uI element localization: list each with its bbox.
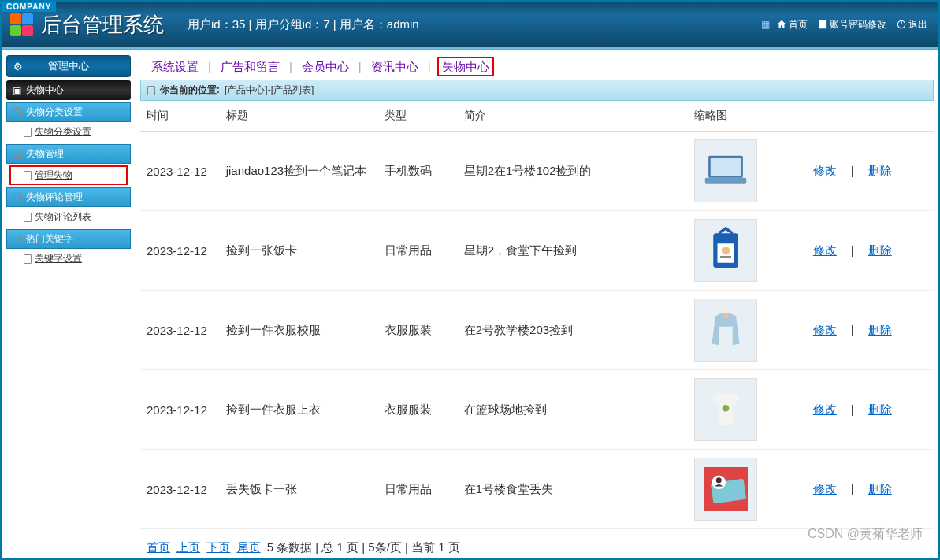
doc-icon [13,193,21,202]
cell-title: 丢失饭卡一张 [220,450,378,529]
delete-link[interactable]: 删除 [868,323,892,336]
cell-thumb [688,291,807,370]
data-table: 时间 标题 类型 简介 缩略图 2023-12-12jiandao123捡到一个… [140,101,934,529]
thumbnail-image [694,219,757,282]
col-type: 类型 [378,101,458,132]
sidebar-group-title[interactable]: 失物管理 [6,144,131,164]
header-bar: 后台管理系统 用户id：35 | 用户分组id：7 | 用户名：admin ▦ … [2,2,938,49]
svg-rect-10 [723,313,728,318]
grid-icon[interactable]: ▦ [761,19,770,30]
cell-type: 手机数码 [378,132,458,211]
col-thumb: 缩略图 [688,101,807,132]
doc-icon [24,213,32,222]
table-row: 2023-12-12jiandao123捡到一个笔记本手机数码星期2在1号楼10… [140,132,934,211]
delete-link[interactable]: 删除 [868,482,892,495]
delete-link[interactable]: 删除 [868,402,892,416]
account-link[interactable]: 账号密码修改 [814,17,890,33]
svg-rect-9 [720,256,731,258]
svg-point-15 [716,477,722,483]
cell-type: 衣服服装 [378,291,458,370]
edit-link[interactable]: 修改 [813,402,837,416]
logout-link[interactable]: 退出 [893,17,931,33]
table-row: 2023-12-12捡到一件衣服校服衣服服装在2号教学楼203捡到修改|删除 [140,291,934,370]
home-icon [776,19,787,30]
page-last[interactable]: 尾页 [237,540,261,554]
cell-time: 2023-12-12 [140,370,220,450]
home-link[interactable]: 首页 [773,17,811,33]
sidebar-item[interactable]: 失物分类设置 [6,122,131,142]
cell-actions: 修改|删除 [807,132,934,211]
pagination: 首页 上页 下页 尾页 5 条数据 | 总 1 页 | 5条/页 | 当前 1 … [140,529,934,558]
svg-point-8 [722,247,730,255]
table-row: 2023-12-12捡到一件衣服上衣衣服服装在篮球场地捡到修改|删除 [140,370,934,450]
sidebar-item[interactable]: 管理失物 [9,165,128,185]
cell-actions: 修改|删除 [807,211,934,291]
doc-icon [24,128,32,137]
cell-thumb [688,370,807,450]
page-info: 5 条数据 | 总 1 页 | 5条/页 | 当前 1 页 [267,540,460,554]
logo-icon [9,13,33,36]
cell-time: 2023-12-12 [140,211,220,291]
edit-link[interactable]: 修改 [813,164,837,177]
cell-title: 捡到一张饭卡 [220,211,378,291]
breadcrumb: 你当前的位置: [产品中心]-[产品列表] [140,80,934,101]
edit-link[interactable]: 修改 [813,482,837,495]
cell-actions: 修改|删除 [807,450,934,529]
cell-summary: 星期2，食堂下午捡到 [458,211,688,291]
system-title: 后台管理系统 [41,11,164,39]
edit-link[interactable]: 修改 [813,323,837,336]
sidebar-sub[interactable]: ▣ 失物中心 [6,80,131,100]
user-info: 用户id：35 | 用户分组id：7 | 用户名：admin [188,17,761,32]
topnav-item[interactable]: 系统设置 [148,60,202,73]
table-row: 2023-12-12捡到一张饭卡日常用品星期2，食堂下午捡到修改|删除 [140,211,934,291]
topnav-item[interactable]: 广告和留言 [217,60,283,73]
doc-icon [24,171,32,180]
doc-icon [13,108,21,117]
table-row: 2023-12-12丢失饭卡一张日常用品在1号楼食堂丢失修改|删除 [140,450,934,529]
cell-summary: 在2号教学楼203捡到 [458,291,688,370]
thumbnail-image [694,139,757,202]
cell-time: 2023-12-12 [140,291,220,370]
cell-time: 2023-12-12 [140,132,220,211]
col-time: 时间 [140,101,220,132]
col-summary: 简介 [458,101,688,132]
sidebar-group-title[interactable]: 热门关键字 [6,229,131,249]
edit-link[interactable]: 修改 [813,243,837,257]
top-nav: 系统设置|广告和留言|会员中心|资讯中心|失物中心 [140,55,934,80]
sidebar-item[interactable]: 关键字设置 [6,249,131,269]
cell-type: 日常用品 [378,211,458,291]
svg-rect-0 [819,20,826,29]
doc-icon [817,19,828,30]
page-prev[interactable]: 上页 [176,540,200,554]
sidebar-group-title[interactable]: 失物分类设置 [6,102,131,122]
col-title: 标题 [220,101,378,132]
page-first[interactable]: 首页 [147,540,170,554]
topnav-item[interactable]: 会员中心 [299,60,352,73]
gear-icon: ⚙ [13,61,23,72]
thumbnail-image [694,458,757,521]
topnav-item[interactable]: 失物中心 [437,57,494,76]
company-tag: COMPANY [2,2,56,12]
doc-icon [147,86,155,95]
cell-thumb [688,450,807,529]
thumbnail-image [694,378,757,441]
sidebar-group-title[interactable]: 失物评论管理 [6,187,131,207]
delete-link[interactable]: 删除 [868,243,892,257]
svg-point-11 [722,405,729,412]
cell-time: 2023-12-12 [140,450,220,529]
doc-icon [13,150,21,159]
cell-summary: 星期2在1号楼102捡到的 [458,132,688,211]
cell-type: 衣服服装 [378,370,458,450]
delete-link[interactable]: 删除 [868,164,892,177]
sidebar-header: ⚙ 管理中心 [6,55,131,77]
cell-thumb [688,211,807,291]
svg-rect-5 [705,178,747,184]
page-next[interactable]: 下页 [206,540,230,554]
svg-rect-4 [711,158,741,176]
content-area: 系统设置|广告和留言|会员中心|资讯中心|失物中心 你当前的位置: [产品中心]… [136,50,938,558]
sidebar-item[interactable]: 失物评论列表 [6,207,131,227]
doc-icon [24,254,32,264]
topnav-item[interactable]: 资讯中心 [368,60,422,73]
cell-title: jiandao123捡到一个笔记本 [220,132,378,211]
cell-actions: 修改|删除 [807,291,934,370]
